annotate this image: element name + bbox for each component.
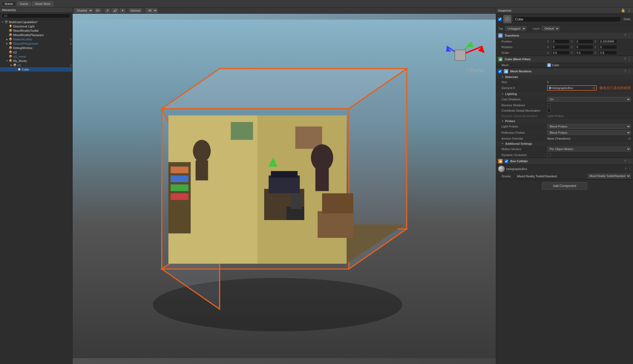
light-probes-select[interactable]: Blend Probes xyxy=(547,124,631,129)
materials-section[interactable]: ▼ Materials xyxy=(496,75,633,79)
dynamic-occlusion-label: Dynamic Occlusion xyxy=(501,153,547,157)
tree-item-cube[interactable]: 🔲 Cube xyxy=(0,67,72,72)
settings-icon[interactable]: ⋮ xyxy=(628,159,631,163)
z-label: Z xyxy=(595,40,598,43)
rotation-x-field: X xyxy=(547,45,570,49)
box-collider-header[interactable]: ▣ Box Collider ? ⋮ xyxy=(496,158,633,164)
receive-gi-row: Receive Global Illumination Light Probes xyxy=(496,113,633,119)
reflection-probes-label: Reflection Probes xyxy=(501,131,547,134)
dynamic-occlusion-check[interactable]: ✓ xyxy=(547,153,551,157)
lock-icon[interactable]: 🔒 xyxy=(621,8,625,12)
probes-section[interactable]: ▼ Probes xyxy=(496,119,633,123)
tag-select[interactable]: Untagged xyxy=(505,26,526,31)
rotation-z-input[interactable] xyxy=(599,45,617,49)
scene-canvas[interactable]: ◁ Persp xyxy=(73,14,496,364)
motion-vectors-select[interactable]: Per Object Motion xyxy=(547,147,631,151)
rotation-y-input[interactable] xyxy=(575,45,593,49)
hierarchy-search-input[interactable] xyxy=(2,13,71,18)
position-y-input[interactable] xyxy=(575,39,593,44)
materials-arrow: ▼ xyxy=(501,76,504,78)
element0-label: Element 0 xyxy=(501,86,547,90)
scale-y-input[interactable] xyxy=(575,51,593,55)
element-pick-button[interactable]: ⊙ xyxy=(592,86,595,90)
add-component-button[interactable]: Add Component xyxy=(542,182,587,190)
question-icon[interactable]: ? xyxy=(624,159,626,163)
motion-vectors-label: Motion Vectors xyxy=(501,147,547,151)
tab-game[interactable]: Game xyxy=(17,1,31,6)
receive-shadows-check[interactable]: ✓ xyxy=(547,103,551,107)
scene-area: Shaded 2D ☀ 🔊 ✦ Gizmos All xyxy=(73,8,496,364)
holo-box-row: HolographicBox ? ⋮ xyxy=(496,165,633,173)
effects-btn[interactable]: ✦ xyxy=(120,8,125,13)
layer-select[interactable]: Default xyxy=(542,26,560,31)
svg-text:◁ Persp: ◁ Persp xyxy=(465,67,484,73)
settings-icon[interactable]: ⋮ xyxy=(628,57,631,61)
tree-item-sharedplayground[interactable]: ▶ 📦 SharedPlayground ▷ xyxy=(0,41,72,46)
expand-icon: ▷ xyxy=(70,42,72,45)
2d-toggle[interactable]: 2D xyxy=(94,8,101,13)
svg-rect-29 xyxy=(315,169,329,191)
all-dropdown[interactable]: All xyxy=(146,8,158,13)
object-icon xyxy=(503,15,511,23)
question-icon[interactable]: ? xyxy=(624,57,626,61)
object-name-input[interactable] xyxy=(513,16,621,22)
scale-z-input[interactable] xyxy=(599,51,617,55)
mesh-renderer-header[interactable]: ▦ Mesh Renderer ? ⋮ xyxy=(496,68,633,75)
tree-item-networklobby[interactable]: ▶ 📦 NetworkLobby ▷ xyxy=(0,37,72,41)
tree-item-dirlight[interactable]: 💡 Directional Light xyxy=(0,24,72,29)
anchor-pick-button[interactable]: ⊙ xyxy=(628,137,631,140)
tree-arrow: ▼ xyxy=(5,59,9,62)
audio-btn[interactable]: 🔊 xyxy=(112,8,119,13)
rotation-values: X Y Z xyxy=(547,45,631,49)
transform-header[interactable]: ⊕ Transform ? ⋮ xyxy=(496,32,633,39)
box-collider-toggle[interactable] xyxy=(505,160,508,163)
cast-shadows-select[interactable]: On xyxy=(547,97,631,102)
question-icon[interactable]: ? xyxy=(625,167,626,171)
shader-label: Shader xyxy=(501,175,515,178)
rotation-x-input[interactable] xyxy=(551,45,570,49)
tree-item-root[interactable]: ▼ 🎬 MultiUserCapabilities* xyxy=(0,20,72,24)
tree-item-cj1-child[interactable]: ▶ 📦 cj1 ▷ xyxy=(0,63,72,67)
settings-icon[interactable]: ⋮ xyxy=(628,69,631,73)
inspector-header: Inspector 🔒 ⋮ xyxy=(496,8,633,13)
settings-icon[interactable]: ⋮ xyxy=(628,34,631,37)
tree-item-cj1[interactable]: 📦 cj1 xyxy=(0,50,72,54)
hierarchy-tree: ▼ 🎬 MultiUserCapabilities* 💡 Directional… xyxy=(0,19,72,364)
contribute-gi-check[interactable] xyxy=(547,109,551,112)
mesh-renderer-toggle[interactable] xyxy=(498,70,502,73)
box-collider-icons: ? ⋮ xyxy=(624,159,631,163)
mesh-filter-header[interactable]: ▦ Cube (Mesh Filter) ? ⋮ xyxy=(496,56,633,62)
position-x-field: X xyxy=(547,39,570,44)
tab-asset-store[interactable]: Asset Store xyxy=(32,1,53,6)
element0-value[interactable]: HolographicBox ⊙ xyxy=(547,85,597,91)
additional-settings-section[interactable]: ▼ Additional Settings xyxy=(496,141,633,146)
reflection-probes-value: Blend Probes xyxy=(547,130,631,135)
element-dot xyxy=(549,87,551,89)
tree-item-mrplayspace[interactable]: 📦 MixedRealityPlayspace xyxy=(0,33,72,37)
lighting-btn[interactable]: ☀ xyxy=(105,8,111,13)
receive-shadows-label: Receive Shadows xyxy=(501,104,547,107)
scale-x-input[interactable] xyxy=(551,51,570,55)
contribute-gi-label: Contribute Global Illumination xyxy=(501,109,547,112)
shading-dropdown[interactable]: Shaded xyxy=(74,8,93,13)
tree-item-mybucky[interactable]: ▼ 📦 My_Bucky xyxy=(0,59,72,63)
anchor-override-value[interactable]: None (Transform) ⊙ xyxy=(547,137,631,140)
position-z-input[interactable] xyxy=(599,39,617,44)
question-icon[interactable]: ? xyxy=(624,69,626,73)
reflection-probes-select[interactable]: Blend Probes xyxy=(547,130,631,135)
box-collider-icon: ▣ xyxy=(498,159,503,163)
lighting-section[interactable]: ▼ Lighting xyxy=(496,91,633,96)
tree-item-mrtoolkit[interactable]: 📦 MixedRealityToolkit xyxy=(0,29,72,33)
position-x-input[interactable] xyxy=(551,39,570,44)
active-toggle[interactable] xyxy=(498,17,502,21)
tree-item-debugwindow[interactable]: 📦 DebugWindow xyxy=(0,46,72,50)
shader-select[interactable]: Mixed Reality Toolkit/Standard xyxy=(588,174,631,178)
settings-icon[interactable]: ⋮ xyxy=(628,167,631,171)
cast-shadows-row: Cast Shadows On xyxy=(496,96,633,103)
tree-item-cj1move[interactable]: 📦 cj1_move xyxy=(0,54,72,59)
scale-label: Scale xyxy=(501,51,547,54)
more-icon[interactable]: ⋮ xyxy=(627,8,631,12)
question-icon[interactable]: ? xyxy=(624,34,626,37)
gizmos-btn[interactable]: Gizmos xyxy=(129,8,142,13)
tab-scene[interactable]: Scene xyxy=(2,1,16,6)
